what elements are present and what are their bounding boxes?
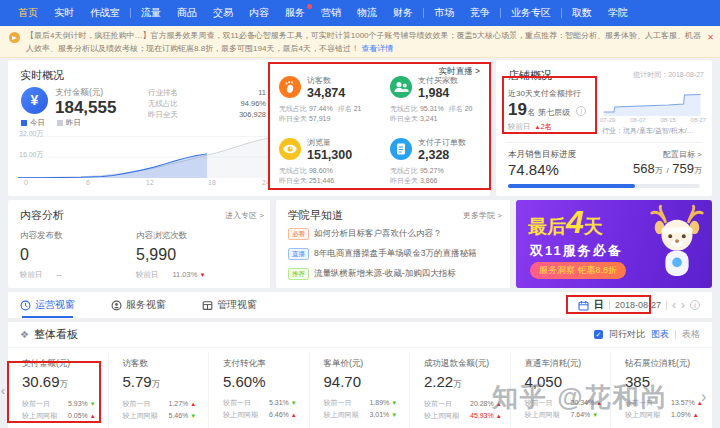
tab-service-view[interactable]: 服务视窗: [111, 292, 166, 318]
nav-item-content[interactable]: 内容: [241, 0, 277, 26]
academy-item[interactable]: 推荐 流量纵横新增来源-收藏-加购四大指标: [288, 268, 502, 280]
rank-unit: 名: [527, 108, 535, 117]
selected-date[interactable]: 2018-08-27: [615, 300, 661, 310]
kpi-card-pageviews[interactable]: 浏览量 151,300 无线占比 98.60% 昨日全天 251,446: [279, 138, 385, 194]
xtick: 08-27: [691, 117, 706, 123]
scroll-right-chevron[interactable]: ›: [701, 388, 706, 406]
stat-value: 11: [258, 87, 266, 98]
promo-discount-pill: 服务洞察 钜惠8.8折: [530, 262, 626, 279]
legend-today: 今日: [21, 118, 45, 128]
buyers-icon: [390, 76, 412, 98]
divider: [609, 301, 610, 310]
academy-list: 必看 如何分析目标客户喜欢什么内容？ 直播 8年电商直播操盘手单场吸金3万的直播…: [288, 228, 502, 288]
announcement-detail-link[interactable]: 查看详情: [361, 44, 393, 53]
metric-compare-rows: 较前一日13.57%▲ 较上周同期1.09%▲: [625, 397, 712, 421]
nav-item-service[interactable]: 服务: [277, 0, 313, 26]
nav-item-marketing[interactable]: 营销: [313, 0, 349, 26]
divider: [675, 330, 676, 339]
industry-rank-row: 行业排名11: [148, 87, 266, 98]
industry-label: 行业：玩具/童车/益智/积木/…: [602, 126, 694, 136]
nav-item-finance[interactable]: 财务: [385, 0, 421, 26]
next-date-button[interactable]: ›: [681, 300, 685, 310]
metric-name: 钻石展位消耗(元): [625, 358, 712, 370]
academy-item[interactable]: 直播 8年电商直播操盘手单场吸金3万的直播秘籍: [288, 248, 502, 260]
top-nav: 首页 实时 作战室 流量 商品 交易 内容 服务 营销 物流 财务 市场 竞争 …: [0, 0, 720, 26]
nav-item-products[interactable]: 商品: [169, 0, 205, 26]
tab-management-view[interactable]: 管理视窗: [202, 292, 257, 318]
metric-ztc-spend[interactable]: 直通车消耗(元) 4,050 较前一日20.34%▲ 较上周同期7.64%▼: [511, 352, 612, 428]
metric-payment-amount[interactable]: 支付金额(元) 30.69万 较前一日5.93%▼ 较上周同期0.05%▲: [8, 352, 109, 428]
down-arrow-icon: ▼: [90, 401, 96, 407]
up-arrow-icon: ▲: [90, 413, 96, 419]
nav-item-market[interactable]: 市场: [426, 0, 462, 26]
metric-avg-order-value[interactable]: 客单价(元) 94.70 较前一日1.89%▼ 较上周同期3.01%▼: [310, 352, 411, 428]
metric-refund-amount[interactable]: 成功退款金额(元) 2.22万 较前一日20.28%▲ 较上周同期45.93%▲: [410, 352, 511, 428]
table-view-link[interactable]: 表格: [682, 328, 700, 341]
board-metrics-row: 支付金额(元) 30.69万 较前一日5.93%▼ 较上周同期0.05%▲ 访客…: [8, 352, 712, 428]
info-icon[interactable]: i: [576, 106, 586, 116]
xtick: 18: [208, 179, 216, 186]
nav-divider: [423, 8, 424, 18]
enter-zone-link[interactable]: 进入专区 >: [225, 210, 264, 221]
monthly-goal-label: 本月销售目标进度: [508, 149, 576, 161]
chart-view-link[interactable]: 图表: [651, 328, 669, 341]
kpi-value: 2,328: [418, 148, 466, 162]
legend-yesterday: 昨日: [57, 118, 81, 128]
board-title: 整体看板: [34, 327, 78, 342]
nav-item-war-room[interactable]: 作战室: [82, 0, 128, 26]
tab-operation-view[interactable]: 运营视窗: [20, 292, 75, 318]
metric-diamond-booth-spend[interactable]: 钻石展位消耗(元) 385 较前一日13.57%▲ 较上周同期1.09%▲: [611, 352, 712, 428]
xtick: 08-07: [630, 117, 645, 123]
wireless-share-row: 无线占比94.96%: [148, 98, 266, 109]
up-arrow-icon: ▲: [291, 412, 297, 418]
rank-line: 19名第七层级 i: [508, 100, 586, 120]
chart-xticks: 0 6 12 18 24: [18, 179, 270, 189]
sycm-dashboard: 首页 实时 作战室 流量 商品 交易 内容 服务 营销 物流 财务 市场 竞争 …: [0, 0, 720, 428]
metric-name: 客单价(元): [324, 358, 410, 370]
date-granularity-day[interactable]: 日: [594, 298, 604, 312]
shop-title: 店铺概况: [508, 68, 552, 83]
close-icon[interactable]: ✕: [707, 31, 714, 44]
kpi-name: 支付买家数: [418, 76, 458, 86]
metric-value: 0: [20, 246, 63, 264]
scroll-left-chevron[interactable]: ‹: [1, 384, 5, 398]
legend-today-label: 今日: [30, 118, 45, 127]
metric-visitors[interactable]: 访客数 5.79万 较前一日1.27%▲ 较上周同期5.46%▼: [109, 352, 210, 428]
kpi-name: 支付子订单数: [418, 138, 466, 148]
info-icon[interactable]: i: [690, 300, 700, 310]
goal-progress-bar: [508, 184, 700, 188]
academy-item[interactable]: 必看 如何分析目标客户喜欢什么内容？: [288, 228, 502, 240]
kpi-detail-rows: 无线占比 95.27% 昨日全天 3,866: [390, 166, 496, 185]
nav-item-academy[interactable]: 学院: [600, 0, 636, 26]
metric-conversion-rate[interactable]: 支付转化率 5.60% 较前一日5.31%▼ 较上周同期6.46%▲: [209, 352, 310, 428]
academy-item-text: 8年电商直播操盘手单场吸金3万的直播秘籍: [314, 248, 476, 260]
nav-item-traffic[interactable]: 流量: [133, 0, 169, 26]
tag-live: 直播: [288, 248, 309, 260]
kpi-card-visitors[interactable]: 访客数 34,874 无线占比 97.44%排名 21 昨日全天 57,919: [279, 76, 385, 132]
nav-item-home[interactable]: 首页: [10, 0, 46, 26]
nav-item-logistics[interactable]: 物流: [349, 0, 385, 26]
kpi-card-paid-orders[interactable]: 支付子订单数 2,328 无线占比 95.27% 昨日全天 3,866: [390, 138, 496, 194]
yesterday-total-row: 昨日全天306,928: [148, 109, 266, 120]
nav-item-trade[interactable]: 交易: [205, 0, 241, 26]
peer-compare-checkbox[interactable]: ✓: [594, 330, 603, 339]
nav-item-business-zone[interactable]: 业务专区: [503, 0, 559, 26]
nav-item-data-fetch[interactable]: 取数: [564, 0, 600, 26]
stat-time: 统计时间：2018-08-27: [633, 70, 704, 80]
prev-date-button[interactable]: ‹: [672, 300, 676, 310]
up-arrow-icon: ▲: [496, 401, 502, 407]
kpi-card-buyers[interactable]: 支付买家数 1,984 无线占比 95.31%排名 20 昨日全天 3,241: [390, 76, 496, 132]
nav-item-competition[interactable]: 竞争: [462, 0, 498, 26]
clock-icon: [20, 300, 31, 311]
visitor-footprint-icon: [279, 76, 301, 98]
legend-swatch-yesterday: [57, 120, 63, 126]
more-academy-link[interactable]: 更多学院 >: [463, 210, 502, 221]
nav-divider: [130, 8, 131, 18]
board-header: ❖ 整体看板 ✓ 同行对比 图表 表格: [8, 322, 712, 348]
realtime-side-stats: 行业排名11 无线占比94.96% 昨日全天306,928: [148, 87, 266, 120]
double11-promo-banner[interactable]: 最后4天 双11服务必备 服务洞察 钜惠8.8折: [516, 200, 712, 288]
academy-item-text: 如何分析目标客户喜欢什么内容？: [314, 228, 442, 240]
content-analysis-title: 内容分析: [20, 208, 64, 223]
configure-goal-link[interactable]: 配置目标 >: [663, 149, 702, 160]
nav-item-realtime[interactable]: 实时: [46, 0, 82, 26]
